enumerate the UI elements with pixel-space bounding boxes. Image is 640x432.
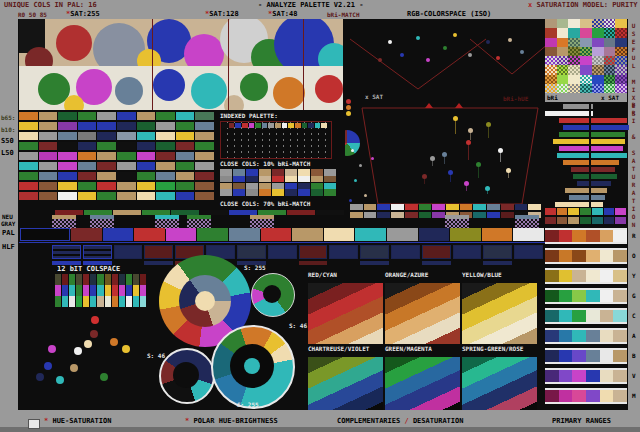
- palette-cell[interactable]: [71, 228, 102, 241]
- palette-swatch[interactable]: [315, 123, 321, 128]
- mix-swatch[interactable]: [580, 28, 592, 37]
- palette-swatch[interactable]: [321, 123, 327, 128]
- mix-swatch[interactable]: [580, 75, 592, 84]
- mix-swatch[interactable]: [592, 19, 604, 28]
- palette-cell[interactable]: [355, 228, 386, 241]
- mosaic-column: [126, 285, 132, 296]
- mix-swatch[interactable]: [568, 84, 580, 93]
- mix-swatch[interactable]: [615, 65, 627, 74]
- palette-swatch[interactable]: [302, 123, 308, 128]
- palette-cell[interactable]: [134, 228, 165, 241]
- mix-swatch[interactable]: [615, 47, 627, 56]
- mix-swatch[interactable]: [615, 56, 627, 65]
- mix-swatch[interactable]: [568, 75, 580, 84]
- mix-swatch[interactable]: [557, 19, 569, 28]
- sat-48-toggle[interactable]: *SAT:48: [268, 10, 298, 19]
- mix-swatch[interactable]: [615, 28, 627, 37]
- mix-swatch[interactable]: [580, 38, 592, 47]
- sat-255-toggle[interactable]: *SAT:255: [66, 10, 100, 19]
- palette-swatch[interactable]: [295, 123, 301, 128]
- palette-cell[interactable]: [324, 228, 355, 241]
- mix-swatch[interactable]: [557, 65, 569, 74]
- mix-swatch[interactable]: [545, 75, 557, 84]
- mix-swatch[interactable]: [592, 65, 604, 74]
- palette-cell[interactable]: [103, 228, 134, 241]
- mix-swatch[interactable]: [580, 19, 592, 28]
- palette-cell[interactable]: [419, 228, 450, 241]
- mix-swatch[interactable]: [545, 47, 557, 56]
- mix-swatch[interactable]: [557, 75, 569, 84]
- palette-cell[interactable]: [513, 228, 544, 241]
- mix-swatch[interactable]: [568, 19, 580, 28]
- mix-swatch[interactable]: [568, 65, 580, 74]
- mix-swatch[interactable]: [568, 38, 580, 47]
- view-polar-toggle[interactable]: * POLAR HUE-BRIGHTNESS: [185, 417, 278, 426]
- mix-swatch[interactable]: [592, 47, 604, 56]
- mix-swatch[interactable]: [604, 28, 616, 37]
- mix-swatch[interactable]: [580, 65, 592, 74]
- hue-saturation-caption: HUE-SATURATION: [52, 417, 111, 425]
- mix-swatch[interactable]: [592, 56, 604, 65]
- palette-cell[interactable]: [166, 228, 197, 241]
- palette-swatch[interactable]: [268, 123, 274, 128]
- mix-swatch[interactable]: [545, 65, 557, 74]
- palette-row: [195, 112, 214, 120]
- mix-swatch[interactable]: [557, 56, 569, 65]
- palette-swatch[interactable]: [235, 123, 241, 128]
- palette-swatch[interactable]: [255, 123, 261, 128]
- palette-selected-cell[interactable]: [20, 228, 70, 241]
- palette-swatch[interactable]: [288, 123, 294, 128]
- palette-swatch[interactable]: [275, 123, 281, 128]
- palette-cell[interactable]: [482, 228, 513, 241]
- mix-swatch[interactable]: [568, 47, 580, 56]
- palette-cell[interactable]: [261, 228, 292, 241]
- footer-swatch-tile[interactable]: [28, 419, 40, 429]
- mix-swatch[interactable]: [604, 84, 616, 93]
- bri-match-toggle[interactable]: bRi-MATCH: [327, 11, 360, 19]
- mix-swatch[interactable]: [615, 38, 627, 47]
- palette-cell[interactable]: [292, 228, 323, 241]
- mix-swatch[interactable]: [545, 28, 557, 37]
- mix-swatch[interactable]: [615, 84, 627, 93]
- mix-swatch[interactable]: [592, 84, 604, 93]
- palette-swatch[interactable]: [282, 123, 288, 128]
- mix-swatch[interactable]: [604, 47, 616, 56]
- mix-swatch[interactable]: [604, 38, 616, 47]
- mix-swatch[interactable]: [604, 19, 616, 28]
- mix-swatch[interactable]: [557, 84, 569, 93]
- mix-swatch[interactable]: [604, 65, 616, 74]
- mix-swatch[interactable]: [545, 38, 557, 47]
- palette-swatch[interactable]: [249, 123, 255, 128]
- mix-swatch[interactable]: [545, 84, 557, 93]
- mix-swatch[interactable]: [545, 56, 557, 65]
- mix-swatch[interactable]: [604, 75, 616, 84]
- mix-swatch[interactable]: [557, 47, 569, 56]
- usage-row: [391, 204, 404, 210]
- palette-swatch[interactable]: [229, 123, 235, 128]
- mix-swatch[interactable]: [568, 56, 580, 65]
- view-hue-saturation-toggle[interactable]: * HUE-SATURATION: [44, 417, 111, 426]
- mix-swatch[interactable]: [568, 28, 580, 37]
- palette-swatch[interactable]: [242, 123, 248, 128]
- mix-swatch[interactable]: [580, 56, 592, 65]
- mix-swatch[interactable]: [615, 75, 627, 84]
- mix-swatch[interactable]: [615, 19, 627, 28]
- mix-swatch[interactable]: [557, 38, 569, 47]
- palette-swatch[interactable]: [262, 123, 268, 128]
- mix-swatch[interactable]: [592, 28, 604, 37]
- palette-swatch[interactable]: [222, 123, 228, 128]
- mix-swatch[interactable]: [592, 75, 604, 84]
- saturation-model-toggle[interactable]: x SATURATION MODEL: PURITY: [528, 1, 638, 10]
- palette-cell[interactable]: [387, 228, 418, 241]
- mix-swatch[interactable]: [580, 84, 592, 93]
- mix-swatch[interactable]: [557, 28, 569, 37]
- palette-cell[interactable]: [450, 228, 481, 241]
- palette-swatch[interactable]: [308, 123, 314, 128]
- sat-128-toggle[interactable]: *SAT:128: [205, 10, 239, 19]
- mix-swatch[interactable]: [580, 47, 592, 56]
- mix-swatch[interactable]: [592, 38, 604, 47]
- palette-cell[interactable]: [229, 228, 260, 241]
- palette-cell[interactable]: [197, 228, 228, 241]
- mix-swatch[interactable]: [545, 19, 557, 28]
- mix-swatch[interactable]: [604, 56, 616, 65]
